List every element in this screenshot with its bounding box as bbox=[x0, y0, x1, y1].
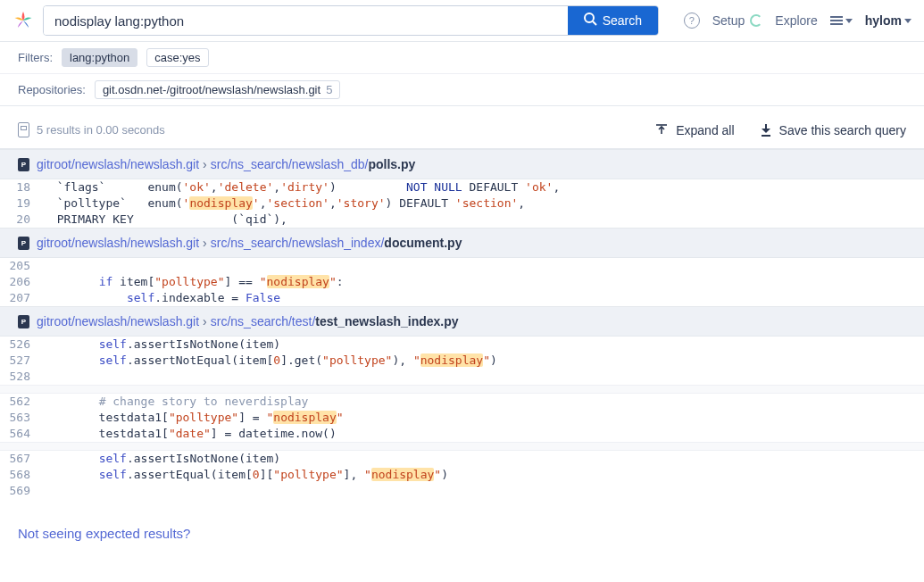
expand-all-label: Expand all bbox=[676, 123, 734, 137]
top-header: Search ? Setup Explore hylom bbox=[0, 0, 924, 42]
save-search-button[interactable]: Save this search query bbox=[760, 123, 906, 137]
svg-line-1 bbox=[593, 21, 596, 25]
setup-label: Setup bbox=[712, 13, 745, 28]
code-gap[interactable] bbox=[0, 442, 924, 451]
file-header[interactable]: P gitroot/newslash/newslash.git›src/ns_s… bbox=[0, 149, 924, 179]
code-block: 562 # change story to neverdisplay 563 t… bbox=[0, 394, 924, 442]
repositories-label: Repositories: bbox=[18, 83, 86, 96]
hamburger-icon bbox=[830, 16, 843, 25]
file-path: gitroot/newslash/newslash.git›src/ns_sea… bbox=[37, 314, 459, 328]
repo-chip-count: 5 bbox=[326, 83, 332, 96]
file-type-icon: P bbox=[18, 237, 29, 250]
username-label: hylom bbox=[865, 13, 902, 28]
results-summary: 5 results in 0.00 seconds bbox=[37, 123, 165, 137]
file-path: gitroot/newslash/newslash.git›src/ns_sea… bbox=[37, 157, 415, 171]
calculator-icon bbox=[18, 122, 29, 137]
svg-point-0 bbox=[585, 13, 594, 22]
expand-all-button[interactable]: Expand all bbox=[654, 123, 734, 137]
repositories-row: Repositories: git.osdn.net-/gitroot/news… bbox=[0, 74, 924, 106]
search-button-label: Search bbox=[603, 13, 642, 28]
file-type-icon: P bbox=[18, 158, 29, 171]
download-icon bbox=[760, 124, 772, 137]
menu-button[interactable] bbox=[830, 16, 853, 25]
search-input[interactable] bbox=[44, 6, 568, 35]
search-button[interactable]: Search bbox=[568, 6, 658, 35]
chevron-down-icon bbox=[845, 19, 853, 23]
filter-row: Filters: lang:python case:yes bbox=[0, 42, 924, 74]
chevron-down-icon bbox=[904, 19, 912, 23]
logo[interactable] bbox=[12, 10, 34, 31]
explore-link[interactable]: Explore bbox=[775, 13, 817, 28]
code-gap[interactable] bbox=[0, 385, 924, 394]
status-ring-icon bbox=[750, 14, 762, 27]
setup-link[interactable]: Setup bbox=[712, 13, 763, 28]
not-seeing-results-link[interactable]: Not seeing expected results? bbox=[0, 499, 924, 568]
code-block: 567 self.assertIsNotNone(item) 568 self.… bbox=[0, 451, 924, 499]
results-bar: 5 results in 0.00 seconds Expand all Sav… bbox=[0, 106, 924, 149]
save-search-label: Save this search query bbox=[779, 123, 906, 137]
search-box: Search bbox=[43, 5, 659, 36]
expand-icon bbox=[654, 123, 669, 137]
repo-chip[interactable]: git.osdn.net-/gitroot/newslash/newslash.… bbox=[95, 80, 340, 99]
file-type-icon: P bbox=[18, 315, 29, 328]
code-block: 205 206 if item["polltype"] == "nodispla… bbox=[0, 258, 924, 306]
filter-chip-case[interactable]: case:yes bbox=[146, 48, 208, 67]
code-block: 18 `flags` enum('ok','delete','dirty') N… bbox=[0, 179, 924, 228]
help-icon[interactable]: ? bbox=[684, 12, 700, 29]
filter-chip-lang[interactable]: lang:python bbox=[62, 48, 137, 67]
code-block: 526 self.assertIsNotNone(item) 527 self.… bbox=[0, 337, 924, 385]
file-header[interactable]: P gitroot/newslash/newslash.git›src/ns_s… bbox=[0, 306, 924, 337]
file-path: gitroot/newslash/newslash.git›src/ns_sea… bbox=[37, 236, 462, 250]
filters-label: Filters: bbox=[18, 51, 53, 64]
repo-chip-label: git.osdn.net-/gitroot/newslash/newslash.… bbox=[103, 83, 320, 96]
user-menu[interactable]: hylom bbox=[865, 13, 912, 28]
search-icon bbox=[584, 12, 597, 29]
file-header[interactable]: P gitroot/newslash/newslash.git›src/ns_s… bbox=[0, 228, 924, 258]
